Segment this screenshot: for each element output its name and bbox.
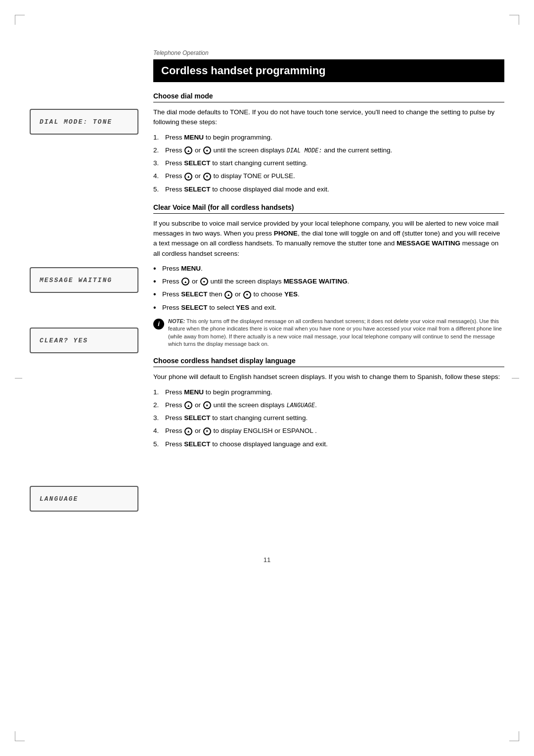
dial-mode-intro: The dial mode defaults to TONE. If you d…: [153, 107, 504, 128]
page: DIAL MODE: TONE MESSAGE WAITING CLEAR? Y…: [0, 0, 534, 756]
language-steps: 1. Press MENU to begin programming. 2. P…: [153, 387, 504, 449]
note-icon: i: [153, 319, 164, 330]
page-title: Cordless handset programming: [153, 59, 504, 82]
note-box: i NOTE: This only turns off the displaye…: [153, 318, 504, 348]
list-item: 5. Press SELECT to choose displayed lang…: [153, 439, 504, 449]
section-label: Telephone Operation: [153, 49, 504, 56]
down-arrow-icon: [203, 146, 211, 154]
list-item: • Press SELECT then or to choose YES.: [153, 289, 504, 299]
down-arrow-icon: [203, 401, 211, 409]
list-item: 1. Press MENU to begin programming.: [153, 387, 504, 397]
corner-mark-bl: [15, 731, 25, 741]
voice-mail-bullets: • Press MENU. • Press or until the scree…: [153, 264, 504, 313]
language-intro: Your phone will default to English hands…: [153, 372, 504, 382]
left-column: DIAL MODE: TONE MESSAGE WAITING CLEAR? Y…: [30, 49, 138, 512]
list-item: 2. Press or until the screen displays LA…: [153, 400, 504, 410]
dial-mode-steps: 1. Press MENU to begin programming. 2. P…: [153, 133, 504, 194]
down-arrow-icon: [203, 427, 211, 435]
right-column: Telephone Operation Cordless handset pro…: [138, 49, 504, 512]
side-mark-left: [15, 378, 22, 378]
list-item: • Press or until the screen displays MES…: [153, 277, 504, 286]
display-message-waiting: MESSAGE WAITING: [30, 267, 138, 293]
list-item: 3. Press SELECT to start changing curren…: [153, 413, 504, 423]
list-item: • Press MENU.: [153, 264, 504, 274]
subsection-choose-dial-mode: Choose dial mode: [153, 92, 504, 102]
list-item: 4. Press or to display TONE or PULSE.: [153, 171, 504, 181]
corner-mark-tl: [15, 15, 25, 25]
display-language: LANGUAGE: [30, 486, 138, 512]
up-arrow-icon: [224, 291, 232, 299]
display-dial-mode: DIAL MODE: TONE: [30, 109, 138, 135]
list-item: • Press SELECT to select YES and exit.: [153, 303, 504, 313]
side-mark-right: [512, 378, 519, 378]
corner-mark-tr: [509, 15, 519, 25]
list-item: 1. Press MENU to begin programming.: [153, 133, 504, 142]
down-arrow-icon: [243, 291, 251, 299]
subsection-clear-voice-mail: Clear Voice Mail (for all cordless hands…: [153, 203, 504, 214]
up-arrow-icon: [184, 427, 192, 435]
list-item: 3. Press SELECT to start changing curren…: [153, 158, 504, 168]
voice-mail-intro: If you subscribe to voice mail service p…: [153, 219, 504, 259]
down-arrow-icon: [200, 278, 208, 285]
up-arrow-icon: [181, 278, 189, 285]
list-item: 4. Press or to display ENGLISH or ESPANO…: [153, 426, 504, 436]
subsection-choose-language: Choose cordless handset display language: [153, 357, 504, 367]
display-clear: CLEAR? YES: [30, 328, 138, 353]
note-text: NOTE: This only turns off the displayed …: [168, 318, 504, 348]
up-arrow-icon: [184, 401, 192, 409]
up-arrow-icon: [184, 173, 192, 181]
list-item: 5. Press SELECT to choose displayed dial…: [153, 185, 504, 194]
corner-mark-br: [509, 731, 519, 741]
list-item: 2. Press or until the screen displays DI…: [153, 145, 504, 155]
page-number: 11: [0, 556, 534, 564]
up-arrow-icon: [184, 146, 192, 154]
down-arrow-icon: [203, 173, 211, 181]
